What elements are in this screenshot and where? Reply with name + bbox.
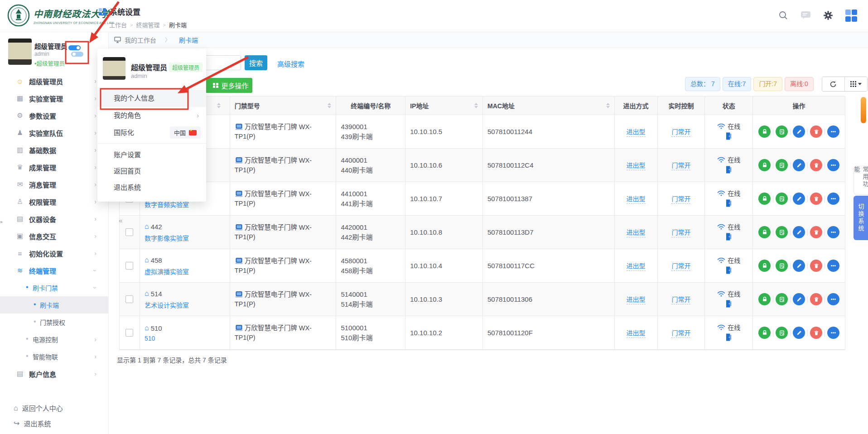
- edit-button[interactable]: [793, 125, 805, 138]
- register-button[interactable]: [776, 193, 788, 205]
- more-button[interactable]: [827, 125, 839, 138]
- register-button[interactable]: [776, 293, 788, 305]
- sidebar-collapse-icon[interactable]: «: [119, 217, 122, 224]
- door-open-icon[interactable]: [725, 199, 732, 207]
- edit-button[interactable]: [793, 327, 805, 339]
- sidebar-item-基础数据[interactable]: ▥基础数据›: [0, 141, 108, 159]
- columns-button[interactable]: [844, 77, 867, 91]
- more-button[interactable]: [827, 159, 839, 171]
- column-header[interactable]: 终端编号/名称: [336, 96, 405, 115]
- delete-button[interactable]: [810, 159, 822, 171]
- message-icon[interactable]: [800, 11, 811, 20]
- sidebar-item-信息交互[interactable]: ▣信息交互›: [0, 227, 108, 245]
- sidebar-item-仪器设备[interactable]: ▤仪器设备›: [0, 210, 108, 227]
- delete-button[interactable]: [810, 260, 822, 272]
- search-icon[interactable]: [778, 10, 788, 20]
- row-checkbox[interactable]: [125, 295, 133, 303]
- door-control-link[interactable]: 门常开: [671, 127, 690, 137]
- door-open-icon[interactable]: [725, 299, 732, 308]
- room-name-link[interactable]: 数字影像实验室: [145, 233, 225, 242]
- sidebar-link-返回个人中心[interactable]: ⌂返回个人中心: [14, 403, 63, 413]
- sort-icon[interactable]: [328, 103, 331, 108]
- sidebar-item-参数设置[interactable]: ⚙参数设置›: [0, 107, 108, 124]
- column-header[interactable]: 门禁型号: [230, 96, 337, 115]
- more-button[interactable]: [827, 226, 839, 238]
- more-button[interactable]: [827, 327, 839, 339]
- more-button[interactable]: [827, 293, 839, 305]
- row-checkbox[interactable]: [125, 262, 133, 270]
- tab-my-workspace[interactable]: 我的工作台: [114, 35, 156, 44]
- room-name-link[interactable]: 艺术设计实验室: [145, 300, 225, 309]
- lock-button[interactable]: [758, 193, 771, 205]
- sidebar-item-智能物联[interactable]: •智能物联›: [0, 348, 108, 365]
- sidebar-item-终端管理[interactable]: ≋终端管理›: [0, 262, 108, 279]
- search-button[interactable]: 搜索: [245, 55, 267, 70]
- refresh-button[interactable]: [822, 77, 844, 91]
- sidebar-item-超级管理员[interactable]: ☺超级管理员›: [0, 72, 108, 90]
- lock-button[interactable]: [758, 226, 771, 238]
- sidebar-item-门禁授权[interactable]: •门禁授权: [0, 313, 108, 331]
- register-button[interactable]: [776, 159, 788, 171]
- register-button[interactable]: [776, 125, 788, 138]
- sidebar-item-电源控制[interactable]: •电源控制›: [0, 331, 108, 348]
- room-name-link[interactable]: 虚拟演播实验室: [145, 267, 225, 276]
- access-mode-link[interactable]: 进出型: [627, 328, 646, 338]
- sidebar-item-权限管理[interactable]: ♙权限管理›: [0, 193, 108, 210]
- door-open-icon[interactable]: [725, 132, 732, 140]
- column-header[interactable]: IP地址: [405, 96, 483, 115]
- apps-grid-icon[interactable]: [845, 10, 858, 22]
- sidebar-item-账户信息[interactable]: ▤账户信息›: [0, 365, 108, 382]
- access-mode-link[interactable]: 进出型: [627, 294, 646, 304]
- menu-item-back-home[interactable]: 返回首页: [97, 163, 206, 179]
- row-checkbox[interactable]: [125, 329, 133, 337]
- delete-button[interactable]: [810, 327, 822, 339]
- sort-icon[interactable]: [606, 103, 610, 108]
- lock-button[interactable]: [758, 159, 771, 171]
- sidebar-item-成果管理[interactable]: ♛成果管理›: [0, 159, 108, 176]
- lock-button[interactable]: [758, 260, 771, 272]
- gear-icon[interactable]: [823, 10, 833, 20]
- register-button[interactable]: [776, 260, 788, 272]
- access-mode-link[interactable]: 进出型: [627, 160, 646, 170]
- row-checkbox[interactable]: [125, 228, 133, 236]
- edit-button[interactable]: [793, 159, 805, 171]
- access-mode-link[interactable]: 进出型: [627, 227, 646, 237]
- breadcrumb-item[interactable]: 工作台: [109, 20, 127, 29]
- door-open-icon[interactable]: [725, 165, 732, 174]
- delete-button[interactable]: [810, 226, 822, 238]
- more-button[interactable]: [827, 260, 839, 272]
- door-open-icon[interactable]: [725, 333, 732, 342]
- sidebar-item-初始化设置[interactable]: ≡初始化设置›: [0, 245, 108, 262]
- door-control-link[interactable]: 门常开: [671, 194, 690, 204]
- menu-item-account-settings[interactable]: 账户设置: [97, 147, 206, 163]
- sidebar-item-实验室管理[interactable]: ▦实验室管理›: [0, 90, 108, 107]
- sidebar-item-消息管理[interactable]: ✉消息管理›: [0, 176, 108, 193]
- edit-button[interactable]: [793, 260, 805, 272]
- room-name-link[interactable]: 510: [145, 335, 225, 342]
- door-control-link[interactable]: 门常开: [671, 160, 690, 170]
- lock-button[interactable]: [758, 293, 771, 305]
- side-tab-common-functions[interactable]: 常用功能: [854, 166, 868, 195]
- delete-button[interactable]: [810, 125, 822, 138]
- access-mode-link[interactable]: 进出型: [627, 194, 646, 204]
- side-tab-switch-system[interactable]: 切换系统: [854, 196, 868, 240]
- edit-button[interactable]: [793, 293, 805, 305]
- lock-button[interactable]: [758, 125, 771, 138]
- edge-expand-icon[interactable]: ▸: [0, 219, 3, 225]
- edit-button[interactable]: [793, 226, 805, 238]
- tab-active[interactable]: 刷卡端: [179, 35, 198, 44]
- register-button[interactable]: [776, 327, 788, 339]
- door-control-link[interactable]: 门常开: [671, 261, 690, 271]
- menu-item-my-profile[interactable]: 我的个人信息: [97, 90, 206, 107]
- access-mode-link[interactable]: 进出型: [627, 261, 646, 271]
- column-header[interactable]: MAC地址: [483, 96, 615, 115]
- advanced-search-link[interactable]: 高级搜索: [277, 59, 304, 68]
- sidebar-item-实验室队伍[interactable]: ♟实验室队伍›: [0, 124, 108, 141]
- sort-icon[interactable]: [474, 103, 478, 108]
- sidebar-item-刷卡端[interactable]: •刷卡端: [0, 296, 108, 313]
- menu-item-i18n[interactable]: 国际化 中国: [97, 124, 206, 141]
- menu-item-logout[interactable]: 退出系统: [97, 179, 206, 196]
- door-control-link[interactable]: 门常开: [671, 227, 690, 237]
- locale-pill[interactable]: 中国: [170, 126, 201, 139]
- door-open-icon[interactable]: [725, 266, 732, 275]
